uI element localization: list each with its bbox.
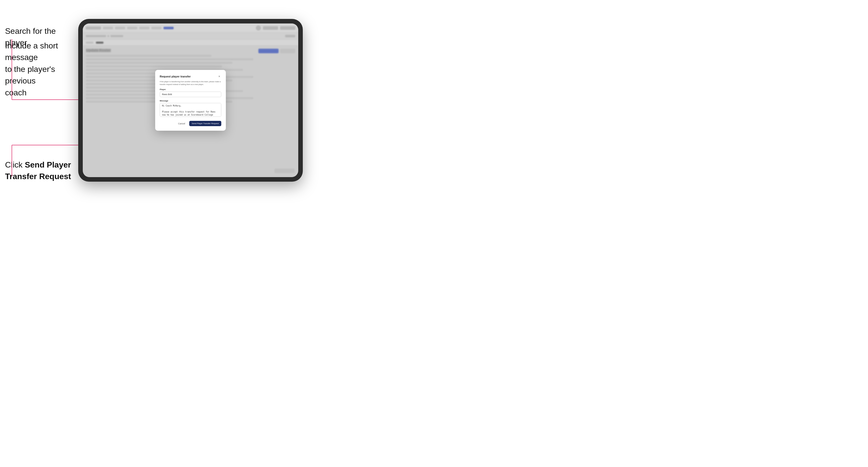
annotation-message: Include a short message to the player's … — [5, 40, 76, 98]
cancel-button[interactable]: Cancel — [176, 121, 187, 126]
message-textarea[interactable]: Hi Coach McHarg, Please accept this tran… — [160, 103, 221, 117]
request-transfer-modal: Request player transfer × If the player … — [155, 70, 226, 131]
modal-footer: Cancel Send Player Transfer Request — [160, 121, 221, 126]
modal-header: Request player transfer × — [160, 74, 221, 79]
tablet-frame: Update Roster Request player transfer × … — [78, 19, 303, 182]
modal-overlay: Request player transfer × If the player … — [83, 24, 298, 177]
player-input[interactable] — [160, 92, 221, 97]
send-transfer-request-button[interactable]: Send Player Transfer Request — [189, 121, 221, 126]
player-label: Player — [160, 88, 221, 91]
modal-close-button[interactable]: × — [217, 74, 221, 79]
modal-title: Request player transfer — [160, 75, 191, 78]
tablet-screen: Update Roster Request player transfer × … — [83, 24, 298, 177]
message-label: Message — [160, 100, 221, 102]
modal-description: If the player is transferring from anoth… — [160, 81, 221, 86]
annotation-click: Click Send Player Transfer Request — [5, 159, 77, 182]
